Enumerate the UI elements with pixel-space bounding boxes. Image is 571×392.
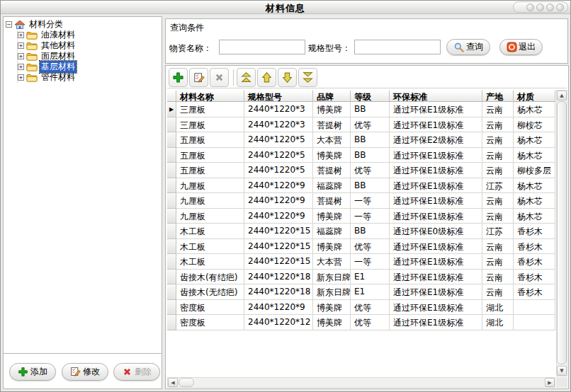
cell-grade: 优等 (351, 315, 390, 330)
cell-material-name: 木工板 (176, 239, 244, 255)
row-selector[interactable] (167, 163, 176, 178)
table-row[interactable]: 九厘板2440*1220*9菩提树一等通过环保E1级标准云南杨木芯 (167, 193, 555, 209)
cell-brand: 菩提树 (313, 193, 351, 209)
row-selector[interactable] (167, 178, 176, 194)
row-selector[interactable] (167, 270, 176, 285)
row-selector[interactable] (167, 315, 176, 330)
tree-item[interactable]: + 其他材料 (18, 40, 159, 51)
column-header-grade[interactable]: 等级 (351, 90, 390, 102)
expand-icon[interactable]: + (18, 53, 24, 59)
window-button-icon[interactable] (536, 4, 544, 11)
scroll-down-icon[interactable]: ▼ (557, 366, 567, 376)
horizontal-scrollbar[interactable]: ◀ ▶ (167, 377, 555, 388)
table-row[interactable]: 木工板2440*1220*15福蕊牌BB通过环保E0级标准江苏香杉木 (167, 224, 555, 239)
tree-root[interactable]: − 材料分类 (6, 19, 159, 30)
scroll-up-icon[interactable]: ▲ (557, 91, 567, 100)
toolbar-edit-button[interactable] (189, 68, 208, 87)
cell-brand: 大本营 (313, 254, 351, 270)
table-row[interactable]: 齿接木(有结疤)2440*1220*18新东日牌E1通过环保E1级标准云南香杉木 (167, 270, 555, 285)
table-row[interactable]: ▶三厘板2440*1220*3博美牌BB通过环保E1级标准云南杨木芯 (167, 102, 555, 117)
cell-material: 杨木芯 (514, 132, 555, 148)
tree-item[interactable]: + 基层材料 (18, 62, 159, 72)
table-row[interactable]: 九厘板2440*1220*9福蕊牌BB通过环保E1级标准江苏杨木芯 (167, 178, 555, 194)
add-button-label: 添加 (30, 366, 47, 378)
cell-brand: 新东日牌 (313, 270, 351, 285)
tree-item[interactable]: + 面层材料 (18, 51, 159, 62)
row-selector[interactable] (167, 284, 176, 300)
move-last-button[interactable] (298, 68, 317, 87)
expand-icon[interactable]: + (18, 64, 24, 70)
tree-items: + 油漆材料 + 其他材料 + 面层材料 + (17, 30, 159, 83)
expand-icon[interactable]: + (18, 32, 24, 38)
row-selector[interactable] (167, 239, 176, 255)
add-button[interactable]: 添加 (9, 363, 56, 381)
search-button[interactable]: 查询 (446, 39, 490, 55)
scroll-left-icon[interactable]: ◀ (168, 378, 178, 387)
column-header-material-name[interactable]: 材料名称 (176, 90, 244, 102)
cell-material: 香杉木 (514, 284, 555, 300)
column-header-brand[interactable]: 品牌 (313, 90, 351, 102)
toolbar-delete-button[interactable] (210, 68, 229, 87)
table-row[interactable]: 齿接木(无结疤)2440*1220*18新东日牌E1通过环保E1级标准云南香杉木 (167, 284, 555, 300)
row-selector[interactable] (167, 117, 176, 133)
edit-button[interactable]: 修改 (62, 363, 108, 381)
toolbar-separator (233, 69, 234, 86)
row-selector[interactable] (167, 254, 176, 270)
search-icon (453, 42, 465, 53)
cell-material-name: 五厘板 (176, 132, 244, 148)
column-header-spec-model[interactable]: 规格型号 (244, 90, 313, 102)
window-button-icon[interactable] (556, 4, 564, 11)
table-row[interactable]: 木工板2440*1220*15大本营一等通过环保E1级标准云南香杉木 (167, 254, 555, 270)
move-down-button[interactable] (278, 68, 297, 87)
vertical-scrollbar[interactable]: ▲ ▼ (556, 90, 567, 376)
cell-material-name: 密度板 (176, 315, 244, 330)
table-row[interactable]: 密度板2440*1220*12博美牌优等通过环保E1级标准湖北 (167, 315, 555, 330)
collapse-icon[interactable]: − (6, 21, 12, 28)
cell-brand: 博美牌 (313, 148, 351, 163)
horizontal-scroll-thumb[interactable] (179, 378, 194, 387)
cell-env-standard: 通过环保E0级标准 (390, 224, 482, 239)
column-header-env-standard[interactable]: 环保标准 (390, 90, 482, 102)
material-name-input[interactable] (219, 40, 305, 54)
table-row[interactable]: 密度板2440*1220*9博美牌优等通过环保E1级标准湖北 (167, 300, 555, 316)
expand-icon[interactable]: + (18, 42, 24, 49)
table-row[interactable]: 三厘板2440*1220*3菩提树优等通过环保E1级标准云南柳桉芯 (167, 117, 555, 133)
cell-material: 杨木芯 (514, 102, 555, 117)
row-selector[interactable] (167, 224, 176, 239)
move-first-button[interactable] (237, 68, 256, 87)
column-header-material[interactable]: 材质 (514, 90, 555, 102)
tree-item[interactable]: + 管件材料 (18, 72, 159, 83)
row-selector[interactable] (167, 148, 176, 163)
window-button-icon[interactable] (526, 4, 534, 11)
column-header-origin[interactable]: 产地 (482, 90, 514, 102)
cell-material: 香杉木 (514, 270, 555, 285)
vertical-scroll-thumb[interactable] (557, 101, 567, 364)
spec-model-input[interactable] (354, 40, 441, 54)
row-selector[interactable] (167, 132, 176, 148)
table-row[interactable]: 五厘板2440*1220*5博美牌BB通过环保E1级标准云南杨木芯 (167, 148, 555, 163)
row-selector[interactable] (167, 193, 176, 209)
cell-origin: 云南 (482, 193, 514, 209)
up-arrow-icon (261, 71, 273, 83)
cell-spec-model: 2440*1220*9 (244, 209, 313, 224)
tree-item[interactable]: + 油漆材料 (18, 30, 159, 40)
category-tree-panel: − 材料分类 + 油漆材料 + (3, 16, 162, 389)
row-selector[interactable] (167, 209, 176, 224)
expand-icon[interactable]: + (18, 74, 24, 81)
table-row[interactable]: 九厘板2440*1220*9博美牌一等通过环保E1级标准云南杨木芯 (167, 209, 555, 224)
table-row[interactable]: 五厘板2440*1220*5菩提树优等通过环保E1级标准云南柳桉多层 (167, 163, 555, 178)
cell-material-name: 五厘板 (176, 163, 244, 178)
row-selector[interactable]: ▶ (167, 102, 176, 117)
down-arrow-icon (281, 71, 293, 83)
move-up-button[interactable] (257, 68, 276, 87)
window-button-icon[interactable] (546, 4, 554, 11)
cell-env-standard: 通过环保E2级标准 (390, 132, 482, 148)
exit-button[interactable]: 退出 (499, 39, 543, 55)
delete-button[interactable]: 删除 (113, 363, 160, 381)
toolbar-add-button[interactable] (169, 68, 188, 87)
table-row[interactable]: 五厘板2440*1220*5大本营BB通过环保E2级标准云南杨木芯 (167, 132, 555, 148)
delete-button-label: 删除 (135, 366, 152, 378)
table-row[interactable]: 木工板2440*1220*15博美牌优等通过环保E1级标准云南香杉木 (167, 239, 555, 255)
scroll-right-icon[interactable]: ▶ (545, 378, 555, 387)
row-selector[interactable] (167, 300, 176, 316)
